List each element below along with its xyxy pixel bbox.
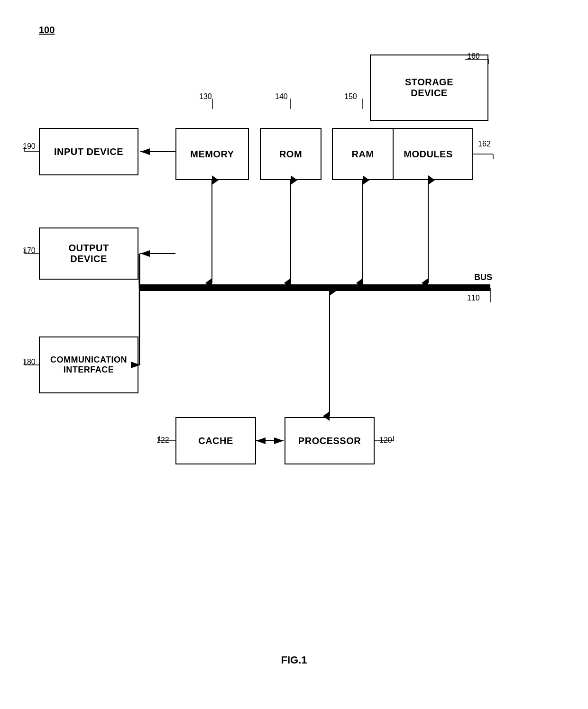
diagram: 100 STORAGEDEVICE 160 MODULES 162 MEMORY… [0, 0, 588, 709]
output-device-ref: 170 [23, 246, 36, 255]
cache-ref: 122 [156, 436, 169, 445]
input-device-ref: 190 [23, 142, 36, 151]
ram-ref: 150 [344, 92, 357, 101]
memory-box: MEMORY [175, 128, 249, 180]
cache-box: CACHE [175, 417, 256, 464]
processor-box: PROCESSOR [285, 417, 375, 464]
figure-title: 100 [39, 25, 55, 36]
bus-bar [139, 284, 490, 291]
input-device-label: INPUT DEVICE [54, 146, 123, 157]
bus-label: BUS [474, 273, 492, 282]
processor-label: PROCESSOR [298, 436, 361, 446]
figure-caption: FIG.1 [0, 654, 588, 666]
bus-ref: 110 [467, 294, 480, 302]
processor-ref: 120 [379, 436, 392, 445]
output-device-label: OUTPUTDEVICE [68, 243, 109, 264]
input-device-box: INPUT DEVICE [39, 128, 138, 175]
comm-interface-box: COMMUNICATIONINTERFACE [39, 336, 138, 393]
modules-label: MODULES [404, 149, 453, 160]
memory-label: MEMORY [190, 149, 234, 160]
cache-label: CACHE [198, 436, 233, 446]
modules-box: MODULES [383, 128, 473, 180]
rom-ref: 140 [275, 92, 288, 101]
storage-device-box: STORAGEDEVICE [370, 55, 488, 121]
output-device-box: OUTPUTDEVICE [39, 227, 138, 280]
modules-ref: 162 [478, 140, 491, 148]
memory-ref: 130 [199, 92, 212, 101]
ram-box: RAM [332, 128, 394, 180]
rom-label: ROM [279, 149, 302, 160]
comm-interface-label: COMMUNICATIONINTERFACE [50, 355, 127, 375]
storage-device-ref: 160 [467, 52, 480, 61]
ram-label: RAM [351, 149, 374, 160]
rom-box: ROM [260, 128, 322, 180]
storage-device-label: STORAGEDEVICE [405, 77, 453, 99]
comm-interface-ref: 180 [23, 358, 36, 366]
